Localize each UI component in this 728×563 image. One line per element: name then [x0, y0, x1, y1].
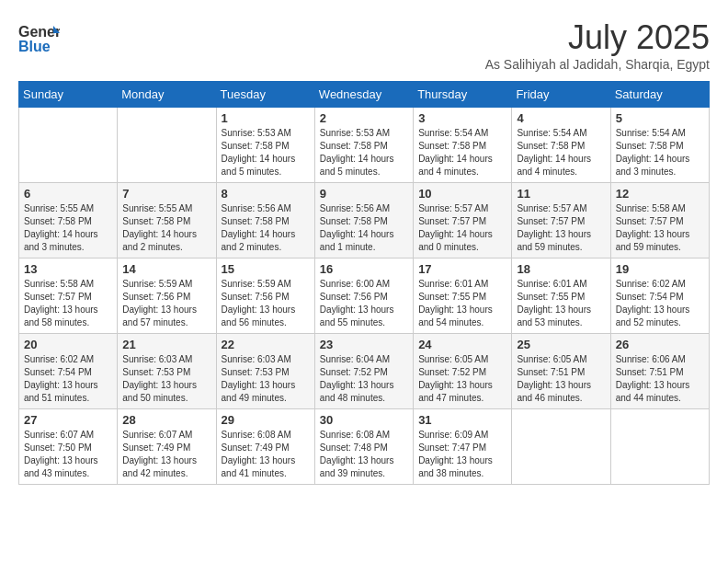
day-number: 24: [418, 338, 506, 351]
day-info: Sunrise: 5:54 AM Sunset: 7:58 PM Dayligh…: [616, 127, 704, 178]
calendar-week-row: 6Sunrise: 5:55 AM Sunset: 7:58 PM Daylig…: [19, 183, 710, 259]
calendar-cell: 17Sunrise: 6:01 AM Sunset: 7:55 PM Dayli…: [414, 259, 512, 334]
day-info: Sunrise: 6:03 AM Sunset: 7:53 PM Dayligh…: [222, 353, 310, 405]
day-number: 19: [616, 262, 704, 276]
calendar-cell: 21Sunrise: 6:03 AM Sunset: 7:53 PM Dayli…: [118, 334, 216, 409]
day-info: Sunrise: 6:09 AM Sunset: 7:47 PM Dayligh…: [418, 429, 506, 480]
calendar-cell: 11Sunrise: 5:57 AM Sunset: 7:57 PM Dayli…: [512, 183, 610, 259]
day-info: Sunrise: 6:00 AM Sunset: 7:56 PM Dayligh…: [320, 278, 408, 329]
day-info: Sunrise: 6:07 AM Sunset: 7:49 PM Dayligh…: [122, 429, 210, 480]
calendar-cell: 4Sunrise: 5:54 AM Sunset: 7:58 PM Daylig…: [512, 108, 610, 183]
day-number: 20: [24, 338, 112, 351]
day-info: Sunrise: 5:56 AM Sunset: 7:58 PM Dayligh…: [222, 202, 310, 254]
calendar-cell: 24Sunrise: 6:05 AM Sunset: 7:52 PM Dayli…: [414, 334, 512, 409]
location-text: As Salihiyah al Jadidah, Sharqia, Egypt: [485, 57, 710, 72]
day-number: 30: [320, 413, 408, 427]
calendar-cell: 15Sunrise: 5:59 AM Sunset: 7:56 PM Dayli…: [216, 259, 314, 334]
day-number: 1: [222, 111, 310, 125]
calendar-cell: 5Sunrise: 5:54 AM Sunset: 7:58 PM Daylig…: [610, 108, 709, 183]
day-info: Sunrise: 5:55 AM Sunset: 7:58 PM Dayligh…: [122, 202, 210, 254]
calendar-cell: 31Sunrise: 6:09 AM Sunset: 7:47 PM Dayli…: [414, 409, 512, 485]
calendar-cell: [512, 409, 610, 485]
day-number: 11: [517, 187, 605, 201]
page-header: General Blue July 2025 As Salihiyah al J…: [18, 18, 710, 72]
day-info: Sunrise: 5:56 AM Sunset: 7:58 PM Dayligh…: [320, 202, 408, 254]
day-number: 2: [320, 111, 408, 125]
calendar-cell: 14Sunrise: 5:59 AM Sunset: 7:56 PM Dayli…: [118, 259, 216, 334]
calendar-week-row: 20Sunrise: 6:02 AM Sunset: 7:54 PM Dayli…: [19, 334, 710, 409]
day-info: Sunrise: 6:08 AM Sunset: 7:48 PM Dayligh…: [320, 429, 408, 480]
day-number: 27: [24, 413, 112, 427]
day-info: Sunrise: 6:08 AM Sunset: 7:49 PM Dayligh…: [222, 429, 310, 480]
calendar-cell: 13Sunrise: 5:58 AM Sunset: 7:57 PM Dayli…: [19, 259, 118, 334]
calendar-cell: 3Sunrise: 5:54 AM Sunset: 7:58 PM Daylig…: [414, 108, 512, 183]
day-info: Sunrise: 6:05 AM Sunset: 7:52 PM Dayligh…: [418, 353, 506, 405]
calendar-cell: 20Sunrise: 6:02 AM Sunset: 7:54 PM Dayli…: [19, 334, 118, 409]
column-header-wednesday: Wednesday: [314, 82, 413, 108]
day-number: 8: [222, 187, 310, 201]
day-info: Sunrise: 5:53 AM Sunset: 7:58 PM Dayligh…: [222, 127, 310, 178]
calendar-header-row: SundayMondayTuesdayWednesdayThursdayFrid…: [19, 82, 710, 108]
day-number: 26: [616, 338, 704, 351]
logo: General Blue: [18, 18, 62, 60]
day-info: Sunrise: 5:58 AM Sunset: 7:57 PM Dayligh…: [616, 202, 704, 254]
day-info: Sunrise: 6:03 AM Sunset: 7:53 PM Dayligh…: [122, 353, 210, 405]
day-number: 16: [320, 262, 408, 276]
title-block: July 2025 As Salihiyah al Jadidah, Sharq…: [485, 18, 710, 72]
day-info: Sunrise: 5:54 AM Sunset: 7:58 PM Dayligh…: [418, 127, 506, 178]
calendar-week-row: 13Sunrise: 5:58 AM Sunset: 7:57 PM Dayli…: [19, 259, 710, 334]
day-number: 12: [616, 187, 704, 201]
calendar-week-row: 27Sunrise: 6:07 AM Sunset: 7:50 PM Dayli…: [19, 409, 710, 485]
day-number: 17: [418, 262, 506, 276]
day-number: 31: [418, 413, 506, 427]
day-info: Sunrise: 5:54 AM Sunset: 7:58 PM Dayligh…: [517, 127, 605, 178]
column-header-sunday: Sunday: [19, 82, 118, 108]
calendar-cell: 8Sunrise: 5:56 AM Sunset: 7:58 PM Daylig…: [216, 183, 314, 259]
day-info: Sunrise: 6:05 AM Sunset: 7:51 PM Dayligh…: [517, 353, 605, 405]
calendar-cell: 10Sunrise: 5:57 AM Sunset: 7:57 PM Dayli…: [414, 183, 512, 259]
day-number: 4: [517, 111, 605, 125]
day-number: 9: [320, 187, 408, 201]
logo-icon: General Blue: [18, 18, 60, 60]
calendar-cell: [118, 108, 216, 183]
day-number: 25: [517, 338, 605, 351]
calendar-cell: 9Sunrise: 5:56 AM Sunset: 7:58 PM Daylig…: [314, 183, 413, 259]
day-info: Sunrise: 5:58 AM Sunset: 7:57 PM Dayligh…: [24, 278, 112, 329]
calendar-cell: 6Sunrise: 5:55 AM Sunset: 7:58 PM Daylig…: [19, 183, 118, 259]
day-number: 29: [222, 413, 310, 427]
calendar-week-row: 1Sunrise: 5:53 AM Sunset: 7:58 PM Daylig…: [19, 108, 710, 183]
month-title: July 2025: [485, 18, 710, 57]
day-info: Sunrise: 6:07 AM Sunset: 7:50 PM Dayligh…: [24, 429, 112, 480]
day-info: Sunrise: 6:02 AM Sunset: 7:54 PM Dayligh…: [24, 353, 112, 405]
day-number: 5: [616, 111, 704, 125]
calendar-table: SundayMondayTuesdayWednesdayThursdayFrid…: [18, 81, 710, 485]
calendar-cell: 19Sunrise: 6:02 AM Sunset: 7:54 PM Dayli…: [610, 259, 709, 334]
calendar-cell: [19, 108, 118, 183]
day-info: Sunrise: 5:53 AM Sunset: 7:58 PM Dayligh…: [320, 127, 408, 178]
calendar-cell: 18Sunrise: 6:01 AM Sunset: 7:55 PM Dayli…: [512, 259, 610, 334]
day-info: Sunrise: 6:02 AM Sunset: 7:54 PM Dayligh…: [616, 278, 704, 329]
calendar-cell: 26Sunrise: 6:06 AM Sunset: 7:51 PM Dayli…: [610, 334, 709, 409]
calendar-cell: 25Sunrise: 6:05 AM Sunset: 7:51 PM Dayli…: [512, 334, 610, 409]
column-header-monday: Monday: [118, 82, 216, 108]
day-info: Sunrise: 5:59 AM Sunset: 7:56 PM Dayligh…: [222, 278, 310, 329]
day-info: Sunrise: 6:01 AM Sunset: 7:55 PM Dayligh…: [418, 278, 506, 329]
svg-text:Blue: Blue: [18, 39, 51, 54]
calendar-cell: 29Sunrise: 6:08 AM Sunset: 7:49 PM Dayli…: [216, 409, 314, 485]
day-info: Sunrise: 6:01 AM Sunset: 7:55 PM Dayligh…: [517, 278, 605, 329]
calendar-cell: 27Sunrise: 6:07 AM Sunset: 7:50 PM Dayli…: [19, 409, 118, 485]
calendar-cell: 12Sunrise: 5:58 AM Sunset: 7:57 PM Dayli…: [610, 183, 709, 259]
column-header-friday: Friday: [512, 82, 610, 108]
day-number: 10: [418, 187, 506, 201]
day-number: 23: [320, 338, 408, 351]
day-info: Sunrise: 5:55 AM Sunset: 7:58 PM Dayligh…: [24, 202, 112, 254]
calendar-cell: 28Sunrise: 6:07 AM Sunset: 7:49 PM Dayli…: [118, 409, 216, 485]
day-info: Sunrise: 6:06 AM Sunset: 7:51 PM Dayligh…: [616, 353, 704, 405]
day-number: 6: [24, 187, 112, 201]
calendar-cell: 23Sunrise: 6:04 AM Sunset: 7:52 PM Dayli…: [314, 334, 413, 409]
calendar-cell: 30Sunrise: 6:08 AM Sunset: 7:48 PM Dayli…: [314, 409, 413, 485]
calendar-cell: 22Sunrise: 6:03 AM Sunset: 7:53 PM Dayli…: [216, 334, 314, 409]
column-header-tuesday: Tuesday: [216, 82, 314, 108]
day-number: 14: [122, 262, 210, 276]
calendar-cell: 7Sunrise: 5:55 AM Sunset: 7:58 PM Daylig…: [118, 183, 216, 259]
